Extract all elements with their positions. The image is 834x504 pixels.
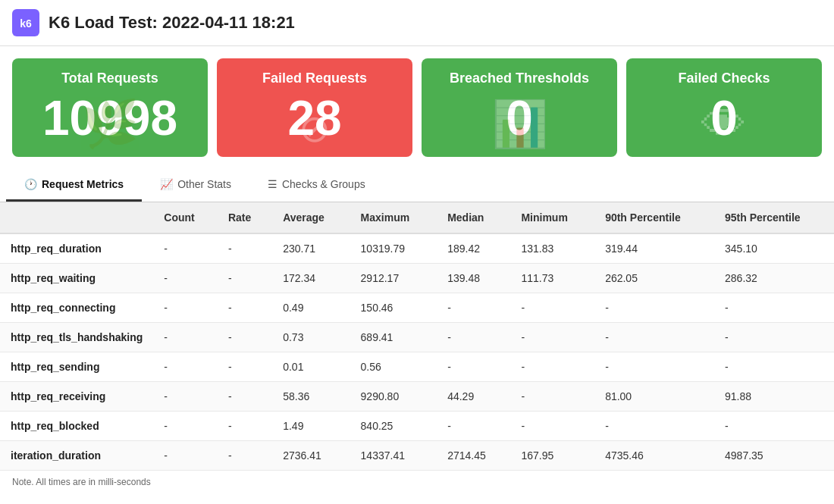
- metric-value: 4735.46: [594, 441, 714, 471]
- metric-value: -: [153, 293, 218, 323]
- col-header-p95: 95th Percentile: [714, 202, 834, 233]
- metric-value: -: [218, 382, 272, 412]
- metric-value: -: [218, 441, 272, 471]
- k6-logo: k6: [12, 9, 39, 36]
- metric-value: -: [594, 323, 714, 352]
- col-header-p90: 90th Percentile: [594, 202, 714, 233]
- metric-value: -: [510, 382, 594, 412]
- breached-thresholds-icon: 📊: [491, 97, 548, 151]
- page-title: K6 Load Test: 2022-04-11 18:21: [49, 13, 295, 33]
- col-header-average: Average: [272, 202, 350, 233]
- metric-name: http_req_receiving: [0, 382, 153, 412]
- breached-thresholds-card: Breached Thresholds 0 📊: [422, 58, 617, 157]
- metric-value: -: [594, 352, 714, 382]
- tab-checks-and-groups[interactable]: ☰ Checks & Groups: [249, 169, 384, 202]
- metric-value: 2912.17: [350, 264, 437, 293]
- metric-value: -: [437, 412, 510, 441]
- table-note: Note. All times are in milli-seconds: [0, 471, 834, 493]
- metric-value: -: [153, 412, 218, 441]
- metric-name: http_req_waiting: [0, 264, 153, 293]
- metric-value: -: [153, 323, 218, 352]
- metrics-table-section: Count Rate Average Maximum Median Minimu…: [0, 202, 834, 504]
- metric-value: 345.10: [714, 233, 834, 264]
- metric-value: -: [153, 352, 218, 382]
- col-header-minimum: Minimum: [510, 202, 594, 233]
- metric-value: -: [437, 293, 510, 323]
- metric-value: -: [714, 293, 834, 323]
- metric-value: 91.88: [714, 382, 834, 412]
- metric-value: 319.44: [594, 233, 714, 264]
- metric-value: 0.73: [272, 323, 350, 352]
- metric-value: -: [510, 412, 594, 441]
- failed-requests-icon: ⊘: [299, 107, 331, 151]
- col-header-name: [0, 202, 153, 233]
- metric-value: -: [153, 264, 218, 293]
- metric-value: -: [218, 264, 272, 293]
- metric-value: 230.71: [272, 233, 350, 264]
- metric-value: -: [153, 382, 218, 412]
- metric-value: -: [714, 412, 834, 441]
- tab-request-metrics-label: Request Metrics: [42, 178, 124, 190]
- metric-value: -: [594, 293, 714, 323]
- metric-value: -: [594, 412, 714, 441]
- metric-value: 689.41: [350, 323, 437, 352]
- table-header-row: Count Rate Average Maximum Median Minimu…: [0, 202, 834, 233]
- metric-value: 189.42: [437, 233, 510, 264]
- metric-value: -: [510, 352, 594, 382]
- header: k6 K6 Load Test: 2022-04-11 18:21: [0, 0, 834, 46]
- metric-value: 58.36: [272, 382, 350, 412]
- metric-value: 2714.45: [437, 441, 510, 471]
- metric-value: 4987.35: [714, 441, 834, 471]
- total-requests-icon: 🌿: [82, 97, 139, 151]
- metric-value: 172.34: [272, 264, 350, 293]
- metric-value: -: [437, 323, 510, 352]
- metrics-table: Count Rate Average Maximum Median Minimu…: [0, 202, 834, 471]
- failed-requests-card: Failed Requests 28 ⊘: [217, 58, 412, 157]
- metric-value: 10319.79: [350, 233, 437, 264]
- table-row: http_req_connecting--0.49150.46----: [0, 293, 834, 323]
- metric-value: 1.49: [272, 412, 350, 441]
- metric-value: -: [218, 233, 272, 264]
- metric-value: -: [218, 352, 272, 382]
- metric-value: 0.49: [272, 293, 350, 323]
- metric-value: 81.00: [594, 382, 714, 412]
- list-icon: ☰: [268, 178, 277, 190]
- metric-value: -: [510, 293, 594, 323]
- failed-checks-title: Failed Checks: [641, 70, 807, 86]
- metric-value: 14337.41: [350, 441, 437, 471]
- metric-value: -: [218, 293, 272, 323]
- tab-checks-and-groups-label: Checks & Groups: [282, 178, 365, 190]
- metric-value: -: [153, 441, 218, 471]
- tab-other-stats-label: Other Stats: [177, 178, 231, 190]
- table-row: http_req_tls_handshaking--0.73689.41----: [0, 323, 834, 352]
- tab-request-metrics[interactable]: 🕐 Request Metrics: [6, 169, 142, 202]
- col-header-maximum: Maximum: [350, 202, 437, 233]
- metric-value: -: [153, 233, 218, 264]
- metric-value: -: [510, 323, 594, 352]
- metric-value: 150.46: [350, 293, 437, 323]
- failed-checks-card: Failed Checks 0 👁: [626, 58, 822, 157]
- col-header-count: Count: [153, 202, 218, 233]
- metric-value: 0.56: [350, 352, 437, 382]
- tab-other-stats[interactable]: 📈 Other Stats: [142, 169, 249, 202]
- failed-requests-title: Failed Requests: [232, 70, 397, 86]
- clock-icon: 🕐: [24, 178, 37, 190]
- col-header-rate: Rate: [218, 202, 272, 233]
- table-row: http_req_receiving--58.369290.8044.29-81…: [0, 382, 834, 412]
- metric-value: 44.29: [437, 382, 510, 412]
- table-row: iteration_duration--2736.4114337.412714.…: [0, 441, 834, 471]
- total-requests-title: Total Requests: [27, 70, 193, 86]
- table-row: http_req_blocked--1.49840.25----: [0, 412, 834, 441]
- metric-name: http_req_duration: [0, 233, 153, 264]
- col-header-median: Median: [437, 202, 510, 233]
- metric-value: 9290.80: [350, 382, 437, 412]
- svg-text:k6: k6: [20, 17, 32, 30]
- metric-value: -: [218, 412, 272, 441]
- metric-name: http_req_sending: [0, 352, 153, 382]
- metric-name: http_req_blocked: [0, 412, 153, 441]
- breached-thresholds-title: Breached Thresholds: [437, 70, 602, 86]
- metric-value: 840.25: [350, 412, 437, 441]
- metric-name: iteration_duration: [0, 441, 153, 471]
- table-row: http_req_sending--0.010.56----: [0, 352, 834, 382]
- metric-name: http_req_connecting: [0, 293, 153, 323]
